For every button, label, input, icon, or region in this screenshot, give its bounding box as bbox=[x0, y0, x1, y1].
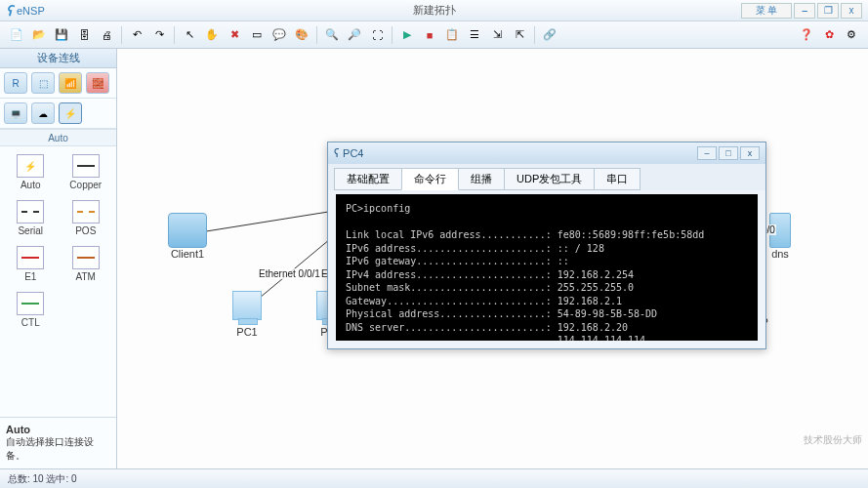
conn-ctl[interactable]: CTL bbox=[4, 288, 58, 332]
device-category-row: R ⬚ 📶 🧱 bbox=[0, 68, 116, 99]
app-name: eNSP bbox=[17, 5, 45, 17]
client-icon bbox=[168, 213, 207, 248]
toolbar: 📄 📂 💾 🗄 🖨 ↶ ↷ ↖ ✋ ✖ ▭ 💬 🎨 🔍 🔎 ⛶ ▶ ■ 📋 ☰ … bbox=[0, 21, 868, 49]
save-icon[interactable]: 💾 bbox=[51, 24, 72, 46]
open-icon[interactable]: 📂 bbox=[28, 24, 50, 46]
huawei-icon[interactable]: ✿ bbox=[818, 24, 840, 46]
pc-icon bbox=[232, 291, 262, 320]
fit-icon[interactable]: ⛶ bbox=[366, 24, 388, 46]
dlg-close-button[interactable]: x bbox=[740, 146, 760, 160]
pointer-icon[interactable]: ↖ bbox=[179, 24, 200, 46]
sidebar-header: 设备连线 bbox=[0, 49, 116, 68]
redo-icon[interactable]: ↷ bbox=[148, 24, 170, 46]
node-dns[interactable]: dns bbox=[769, 213, 791, 260]
list-icon[interactable]: ☰ bbox=[464, 24, 485, 46]
minimize-button[interactable]: ‒ bbox=[794, 3, 815, 19]
dialog-tabs: 基础配置 命令行 组播 UDP发包工具 串口 bbox=[328, 164, 765, 190]
cloud-category-icon[interactable]: ☁ bbox=[31, 102, 55, 124]
sidebar-sub: Auto bbox=[0, 129, 116, 146]
conn-serial[interactable]: Serial bbox=[4, 196, 58, 240]
watermark: 技术股份大师 bbox=[804, 433, 862, 447]
desc-body: 自动选择接口连接设备。 bbox=[6, 436, 94, 461]
device-category-row2: 💻 ☁ ⚡ bbox=[0, 99, 116, 129]
conn-atm[interactable]: ATM bbox=[60, 242, 113, 286]
tab-basic[interactable]: 基础配置 bbox=[334, 168, 402, 190]
app-logo: ʕ bbox=[6, 3, 13, 19]
export-icon[interactable]: ⇲ bbox=[486, 24, 508, 46]
router-category-icon[interactable]: R bbox=[4, 72, 27, 94]
dlg-max-button[interactable]: □ bbox=[719, 146, 738, 160]
switch-category-icon[interactable]: ⬚ bbox=[31, 72, 55, 94]
close-button[interactable]: x bbox=[841, 3, 862, 19]
text-icon[interactable]: 💬 bbox=[269, 24, 290, 46]
description-box: Auto 自动选择接口连接设备。 bbox=[0, 417, 116, 468]
delete-icon[interactable]: ✖ bbox=[224, 24, 245, 46]
pan-icon[interactable]: ✋ bbox=[201, 24, 223, 46]
sidebar: 设备连线 R ⬚ 📶 🧱 💻 ☁ ⚡ Auto ⚡Auto Copper Ser… bbox=[0, 49, 117, 468]
connection-grid: ⚡Auto Copper Serial POS E1 ATM CTL bbox=[0, 146, 116, 336]
status-bar: 总数: 10 选中: 0 bbox=[0, 468, 868, 488]
zoomin-icon[interactable]: 🔍 bbox=[321, 24, 343, 46]
marquee-icon[interactable]: ▭ bbox=[246, 24, 268, 46]
maximize-button[interactable]: ❐ bbox=[817, 3, 839, 19]
dialog-title: PC4 bbox=[343, 147, 363, 159]
pc4-dialog[interactable]: ʕ PC4 – □ x 基础配置 命令行 组播 UDP发包工具 串口 PC>ip… bbox=[327, 142, 766, 349]
firewall-category-icon[interactable]: 🧱 bbox=[86, 72, 109, 94]
status-text: 总数: 10 选中: 0 bbox=[8, 472, 77, 486]
node-client1[interactable]: Client1 bbox=[168, 213, 207, 260]
palette-icon[interactable]: 🎨 bbox=[291, 24, 312, 46]
stop-icon[interactable]: ■ bbox=[419, 24, 440, 46]
conn-category-icon[interactable]: ⚡ bbox=[59, 102, 82, 124]
zoomout-icon[interactable]: 🔎 bbox=[344, 24, 365, 46]
tab-udp[interactable]: UDP发包工具 bbox=[504, 168, 595, 190]
tab-serial[interactable]: 串口 bbox=[594, 168, 641, 190]
desc-title: Auto bbox=[6, 424, 30, 435]
help-icon[interactable]: ❓ bbox=[796, 24, 817, 46]
doc-title: 新建拓扑 bbox=[413, 3, 456, 18]
conn-e1[interactable]: E1 bbox=[4, 242, 58, 286]
wlan-category-icon[interactable]: 📶 bbox=[59, 72, 82, 94]
terminal-output[interactable]: PC>ipconfig Link local IPv6 address.....… bbox=[336, 194, 758, 341]
conn-auto[interactable]: ⚡Auto bbox=[4, 150, 58, 194]
title-bar: ʕ eNSP 新建拓扑 菜 单 ‒ ❐ x bbox=[0, 0, 868, 21]
start-icon[interactable]: ▶ bbox=[396, 24, 418, 46]
tab-multicast[interactable]: 组播 bbox=[458, 168, 505, 190]
tab-cli[interactable]: 命令行 bbox=[401, 168, 459, 190]
dialog-titlebar[interactable]: ʕ PC4 – □ x bbox=[328, 142, 765, 164]
import-icon[interactable]: ⇱ bbox=[509, 24, 530, 46]
new-icon[interactable]: 📄 bbox=[6, 24, 27, 46]
link-icon[interactable]: 🔗 bbox=[539, 24, 560, 46]
edge-label: Ethernet 0/0/1 bbox=[258, 268, 321, 279]
conn-copper[interactable]: Copper bbox=[60, 150, 113, 194]
settings-icon[interactable]: ⚙ bbox=[841, 24, 862, 46]
dlg-min-button[interactable]: – bbox=[697, 146, 717, 160]
node-pc1[interactable]: PC1 bbox=[232, 291, 262, 338]
app-small-icon: ʕ bbox=[334, 147, 340, 160]
pc-category-icon[interactable]: 💻 bbox=[4, 102, 27, 124]
print-icon[interactable]: 🖨 bbox=[96, 24, 117, 46]
undo-icon[interactable]: ↶ bbox=[126, 24, 147, 46]
capture-icon[interactable]: 📋 bbox=[441, 24, 463, 46]
conn-pos[interactable]: POS bbox=[60, 196, 113, 240]
menu-button[interactable]: 菜 单 bbox=[741, 3, 792, 19]
saveall-icon[interactable]: 🗄 bbox=[73, 24, 95, 46]
topology-canvas[interactable]: Client1 PC1 PC2 PC3 PC4 dns HTTP Etherne… bbox=[117, 49, 868, 468]
